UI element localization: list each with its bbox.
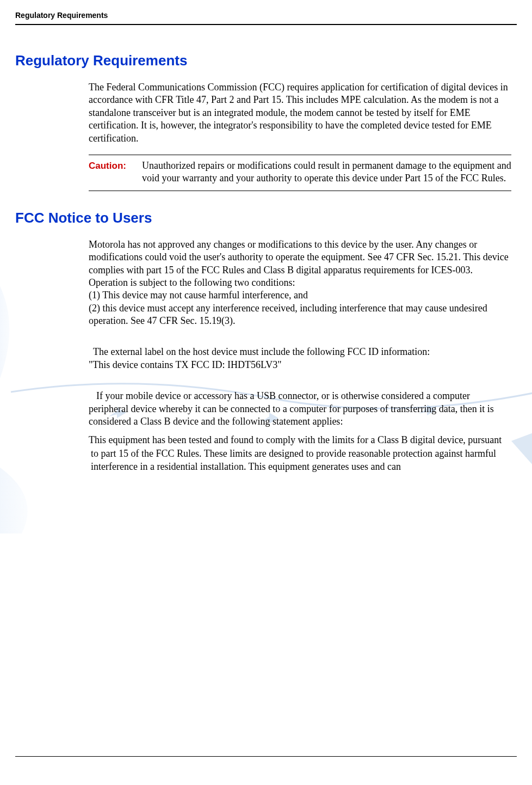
section-regulatory-title: Regulatory Requirements — [15, 52, 517, 69]
fcc-label-block: The external label on the host device mu… — [89, 346, 511, 371]
fcc-para1: Motorola has not approved any changes or… — [89, 238, 511, 290]
caution-label: Caution: — [89, 160, 142, 185]
regulatory-body-text: The Federal Communications Commission (F… — [89, 81, 511, 145]
usb-statement: If your mobile device or accessory has a… — [89, 390, 511, 428]
footer-divider — [15, 756, 517, 757]
fcc-label-line2: "This device contains TX FCC ID: IHDT56L… — [89, 359, 511, 371]
caution-block: Caution: Unauthorized repairs or modific… — [89, 155, 511, 191]
section-fcc-title: FCC Notice to Users — [15, 210, 517, 226]
fcc-condition1: (1) This device may not cause harmful in… — [89, 289, 511, 302]
header-divider — [15, 24, 517, 25]
fcc-condition2: (2) this device must accept any interfer… — [89, 302, 511, 328]
compliance-text: This equipment has been tested and found… — [89, 433, 511, 473]
caution-top-rule — [89, 155, 511, 155]
usb-statement-block: If your mobile device or accessory has a… — [89, 390, 511, 428]
page-header-title: Regulatory Requirements — [15, 11, 517, 20]
fcc-label-line1: The external label on the host device mu… — [89, 346, 511, 358]
caution-bottom-rule — [89, 191, 511, 191]
compliance-block: This equipment has been tested and found… — [89, 433, 511, 473]
caution-text: Unauthorized repairs or modifications co… — [142, 160, 511, 185]
